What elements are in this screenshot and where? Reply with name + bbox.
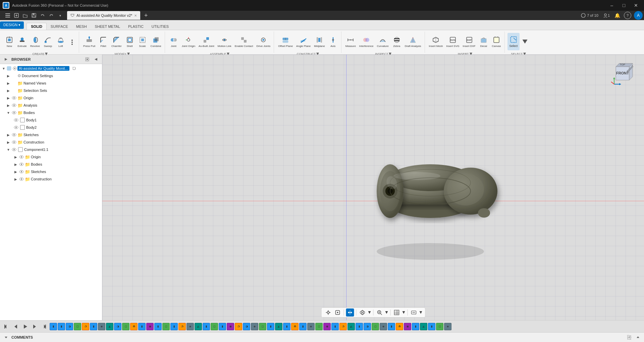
timeline-op-47[interactable]: ◭ — [420, 323, 427, 330]
design-dropdown[interactable]: DESIGN ▾ — [0, 21, 24, 29]
tree-item-component1[interactable]: ▼ Component1:1 — [0, 146, 102, 153]
tree-item-c1-construction[interactable]: ▶ 📁 Construction — [0, 175, 102, 183]
insert-mesh-button[interactable]: Insert Mesh — [428, 33, 444, 50]
timeline-op-44[interactable]: ◓ — [396, 323, 403, 330]
c1-sketches-toggle[interactable]: ▶ — [13, 169, 18, 174]
as-built-joint-button[interactable]: As-Built Joint — [197, 33, 216, 50]
timeline-op-35[interactable]: ◉ — [323, 323, 331, 330]
undo-dropdown[interactable]: ▾ — [56, 12, 64, 19]
angle-plane-button[interactable]: Angle Plane — [295, 33, 312, 50]
press-pull-button[interactable]: Press Pull — [82, 33, 97, 50]
timeline-op-12[interactable]: ▮ — [138, 323, 146, 330]
c1-origin-toggle[interactable]: ▶ — [13, 155, 18, 159]
orbit-button[interactable] — [358, 308, 366, 317]
browser-settings-button[interactable] — [84, 56, 91, 63]
shell-button[interactable]: Shell — [124, 33, 136, 50]
component1-toggle[interactable]: ▼ — [6, 147, 11, 152]
zoom-dropdown[interactable] — [385, 308, 388, 317]
minimize-button[interactable]: – — [606, 2, 617, 9]
timeline-op-49[interactable]: ◻ — [436, 323, 443, 330]
display-settings-dropdown[interactable] — [419, 308, 422, 317]
capture-position-button[interactable] — [333, 308, 341, 317]
root-refresh-button[interactable] — [71, 65, 77, 72]
tab-sheet-metal[interactable]: SHEET METAL — [91, 23, 124, 30]
tree-item-c1-sketches[interactable]: ▶ 📁 Sketches — [0, 168, 102, 175]
named-views-toggle[interactable]: ▶ — [6, 81, 11, 86]
pivot-button[interactable] — [324, 308, 332, 317]
timeline-op-41[interactable]: ◻ — [372, 323, 379, 330]
timeline-op-45[interactable]: ◉ — [404, 323, 411, 330]
timeline-op-29[interactable]: ◭ — [275, 323, 282, 330]
component1-visibility[interactable] — [11, 147, 17, 152]
timeline-op-10[interactable]: ◻ — [122, 323, 129, 330]
zoom-fit-button[interactable] — [375, 308, 383, 317]
midplane-button[interactable]: Midplane — [313, 33, 326, 50]
axis-button[interactable]: Axis — [327, 33, 339, 50]
redo-button[interactable] — [48, 12, 55, 19]
tree-item-selection-sets[interactable]: ▶ 📁 Selection Sets — [0, 87, 102, 94]
c1-bodies-visibility[interactable] — [19, 162, 24, 167]
c1-construction-toggle[interactable]: ▶ — [13, 177, 18, 181]
timeline-play-button[interactable] — [21, 323, 29, 330]
save-button[interactable] — [30, 12, 38, 19]
loft-button[interactable]: Loft — [55, 33, 67, 50]
active-tab[interactable]: 🛡 AI-assisted Air Quality Monitor v2* ✕ — [67, 11, 140, 20]
maximize-button[interactable]: □ — [619, 2, 629, 9]
timeline-op-30[interactable]: ▮ — [283, 323, 290, 330]
timeline-op-8[interactable]: ◭ — [106, 323, 113, 330]
timeline-op-4[interactable]: ◻ — [74, 323, 81, 330]
tab-mesh[interactable]: MESH — [72, 23, 91, 30]
sketches-toggle[interactable]: ▶ — [6, 132, 11, 137]
insert-svg-button[interactable]: SVG Insert SVG — [445, 33, 461, 50]
timeline-end-button[interactable] — [40, 323, 48, 330]
extrude-button[interactable]: Extrude — [16, 33, 28, 50]
timeline-op-1[interactable]: ▮ — [50, 323, 57, 330]
notifications-button[interactable]: 🔔 — [613, 11, 621, 19]
tab-close-button[interactable]: ✕ — [134, 14, 137, 17]
construction-toggle[interactable]: ▶ — [6, 140, 11, 145]
timeline-op-43[interactable]: ▮ — [388, 323, 395, 330]
enable-contact-button[interactable]: Enable Contact — [233, 33, 255, 50]
timeline-op-24[interactable]: ◔ — [235, 323, 242, 330]
timeline-op-34[interactable]: ◻ — [315, 323, 323, 330]
help-button[interactable]: ? — [624, 12, 631, 19]
scale-button[interactable]: Scale — [137, 33, 149, 50]
timeline-op-5[interactable]: ◔ — [82, 323, 89, 330]
decal-button[interactable]: Decal — [478, 33, 490, 50]
new-button[interactable] — [13, 12, 20, 19]
tree-item-analysis[interactable]: ▶ 📁 Analysis — [0, 102, 102, 109]
timeline-op-20[interactable]: ▮ — [203, 323, 210, 330]
profile-button[interactable]: A — [634, 11, 643, 20]
revolve-button[interactable]: Revolve — [29, 33, 41, 50]
timeline-op-11[interactable]: ◓ — [130, 323, 138, 330]
timeline-op-17[interactable]: ◔ — [178, 323, 186, 330]
analysis-toggle[interactable]: ▶ — [6, 103, 11, 108]
body1-visibility[interactable] — [13, 117, 19, 123]
timeline-op-31[interactable]: ◓ — [291, 323, 299, 330]
root-toggle[interactable]: ▼ — [1, 66, 6, 71]
tree-item-construction[interactable]: ▶ 📁 Construction — [0, 138, 102, 146]
viewcube[interactable]: FRONT RIGHT TOP — [609, 60, 636, 87]
c1-construction-visibility[interactable] — [19, 176, 24, 182]
viewport[interactable]: FRONT RIGHT TOP — [102, 55, 644, 320]
c1-bodies-toggle[interactable]: ▶ — [13, 162, 18, 167]
version-info[interactable]: 7 of 10 — [580, 11, 600, 19]
timeline-op-46[interactable]: ▮ — [412, 323, 419, 330]
timeline-op-21[interactable]: ◻ — [211, 323, 218, 330]
timeline-op-7[interactable]: ◈ — [98, 323, 105, 330]
timeline-op-9[interactable]: ◑ — [114, 323, 121, 330]
user-count-button[interactable]: 1 — [602, 11, 610, 19]
timeline-op-13[interactable]: ◉ — [146, 323, 154, 330]
timeline-op-22[interactable]: ▮ — [219, 323, 226, 330]
timeline-op-28[interactable]: ▮ — [267, 323, 274, 330]
pan-button[interactable] — [346, 308, 354, 317]
c1-origin-visibility[interactable] — [19, 154, 24, 160]
timeline-op-42[interactable]: ◈ — [380, 323, 387, 330]
app-menu-button[interactable] — [4, 12, 11, 19]
timeline-op-25[interactable]: ◑ — [243, 323, 250, 330]
timeline-op-14[interactable]: ▮ — [154, 323, 162, 330]
tree-item-doc-settings[interactable]: ▶ ⚙ Document Settings — [0, 72, 102, 79]
construction-visibility[interactable] — [11, 139, 17, 145]
comments-collapse-button[interactable] — [635, 334, 641, 341]
timeline-op-33[interactable]: ◈ — [307, 323, 315, 330]
